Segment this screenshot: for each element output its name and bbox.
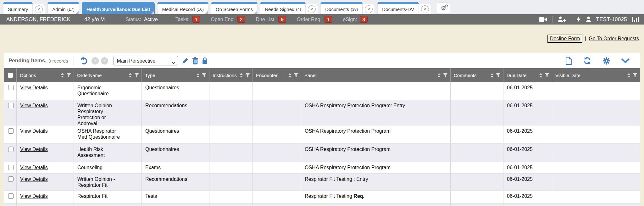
row-checkbox[interactable] xyxy=(8,176,14,182)
sort-icon[interactable] xyxy=(196,73,200,78)
refresh-button[interactable] xyxy=(583,57,591,65)
type-cell: Questionnaires xyxy=(142,125,209,143)
sort-icon[interactable] xyxy=(627,73,630,78)
column-header-visible-date[interactable]: Visible Date xyxy=(552,68,640,82)
instructions-cell xyxy=(209,125,253,143)
tab-bar: Summary Admin(17) Health Surveillance:Du… xyxy=(0,0,644,14)
panel-cell: OSHA Respiratory Protection Program xyxy=(301,125,451,143)
type-cell: Questionnaires xyxy=(142,144,209,162)
lightning-bolt-icon[interactable] xyxy=(576,16,581,23)
view-details-link[interactable]: View Details xyxy=(20,103,48,108)
grid-settings-button[interactable] xyxy=(602,57,610,65)
order-name: Respirator Fit xyxy=(77,193,125,199)
row-checkbox[interactable] xyxy=(8,85,14,90)
previous-perspective-button[interactable]: ‹ xyxy=(92,57,99,64)
comments-cell xyxy=(451,203,503,206)
view-details-link[interactable]: View Details xyxy=(20,147,48,152)
sort-icon[interactable] xyxy=(490,73,494,78)
row-checkbox[interactable] xyxy=(8,128,14,134)
filter-icon[interactable] xyxy=(443,73,448,78)
decline-form-link[interactable]: Decline Form xyxy=(550,36,580,41)
sort-icon[interactable] xyxy=(539,73,542,78)
column-header-ordername[interactable]: OrderName xyxy=(74,68,142,82)
popout-documents-button[interactable] xyxy=(363,4,375,14)
undo-button[interactable] xyxy=(80,57,88,65)
tab-documents-dv[interactable]: Documents-DV xyxy=(377,2,431,14)
visible-date-cell xyxy=(552,125,640,143)
order-name: Health Risk Assessment xyxy=(77,146,125,158)
sort-icon[interactable] xyxy=(240,73,243,78)
delete-perspective-button[interactable] xyxy=(192,57,198,64)
perspective-select[interactable]: Main Perspective xyxy=(114,56,178,65)
comments-cell xyxy=(451,82,503,100)
tab-label: Needs Signed xyxy=(265,7,294,12)
filter-icon[interactable] xyxy=(202,73,207,78)
filter-icon[interactable] xyxy=(545,73,549,78)
column-header-comments[interactable]: Comments xyxy=(451,68,503,82)
column-header-panel[interactable]: Panel xyxy=(301,68,451,82)
column-header-instructions[interactable]: Instructions xyxy=(209,68,253,82)
filter-icon[interactable] xyxy=(294,73,298,78)
filter-icon[interactable] xyxy=(66,73,71,78)
column-header-options[interactable]: Options xyxy=(17,68,74,82)
column-header-encounter[interactable]: Encounter xyxy=(253,68,301,82)
next-perspective-button[interactable]: › xyxy=(101,57,108,64)
popout-summary-button[interactable] xyxy=(33,4,45,14)
filter-icon[interactable] xyxy=(134,73,139,78)
row-checkbox[interactable] xyxy=(8,103,14,108)
open-enc-count-badge[interactable]: 2 xyxy=(237,16,245,23)
visible-date-cell xyxy=(552,144,640,162)
popout-needs-signed-button[interactable] xyxy=(306,4,318,14)
collapse-chevron-button[interactable] xyxy=(621,58,630,63)
filter-icon[interactable] xyxy=(245,73,250,78)
column-header-due-date[interactable]: Due Date xyxy=(503,68,552,82)
select-all-checkbox[interactable] xyxy=(8,73,13,78)
order-req-count-badge[interactable]: 1 xyxy=(325,16,332,23)
lock-perspective-button[interactable] xyxy=(202,57,208,64)
sort-icon[interactable] xyxy=(288,73,291,78)
view-details-link[interactable]: View Details xyxy=(20,128,48,134)
tab-needs-signed[interactable]: Needs Signed(4) xyxy=(260,2,318,14)
sort-icon[interactable] xyxy=(61,73,64,78)
row-checkbox[interactable] xyxy=(8,193,14,199)
ordername-cell: OSHA Respirator Med Questionnaire xyxy=(74,125,142,143)
sort-icon[interactable] xyxy=(129,73,132,78)
filter-icon[interactable] xyxy=(496,73,501,78)
tab-health-surveillance-due-list[interactable]: Health Surveillance:Due List xyxy=(82,2,155,14)
tab-documents[interactable]: Documents(38) xyxy=(320,2,375,14)
popout-arrow-icon xyxy=(35,5,43,13)
table-row: View Details OSHA Respirator Med Questio… xyxy=(4,125,640,144)
column-header-type[interactable]: Type xyxy=(142,68,209,82)
tasks-count-badge[interactable]: 1 xyxy=(192,16,200,23)
row-checkbox[interactable] xyxy=(8,165,14,170)
popout-documents-dv-button[interactable] xyxy=(419,4,431,14)
new-document-button[interactable] xyxy=(565,57,572,65)
tab-admin[interactable]: Admin(17) xyxy=(47,2,79,14)
tab-count: (4) xyxy=(296,7,301,12)
tab-accent-strip xyxy=(320,2,363,4)
divider xyxy=(571,16,571,23)
tab-medical-record[interactable]: Medical Record(16) xyxy=(157,2,208,14)
bar-chart-icon[interactable] xyxy=(632,16,640,22)
esign-count-badge[interactable]: 3 xyxy=(360,16,368,23)
tab-summary[interactable]: Summary xyxy=(3,2,45,14)
add-person-icon[interactable] xyxy=(558,16,566,22)
edit-perspective-button[interactable] xyxy=(182,57,189,64)
comments-cell xyxy=(451,191,503,203)
go-to-order-requests-link[interactable]: Go To Order Requests xyxy=(589,36,639,42)
video-camera-icon[interactable] xyxy=(539,17,547,22)
row-checkbox-cell xyxy=(4,191,17,203)
due-list-count-badge[interactable]: 9 xyxy=(278,16,286,23)
view-details-link[interactable]: View Details xyxy=(20,176,48,182)
view-details-link[interactable]: View Details xyxy=(20,193,48,199)
encounter-cell xyxy=(253,82,301,100)
column-label: OrderName xyxy=(77,73,102,78)
person-icon xyxy=(586,16,591,22)
view-details-link[interactable]: View Details xyxy=(20,165,48,170)
row-checkbox[interactable] xyxy=(8,147,14,152)
sort-icon[interactable] xyxy=(437,73,441,78)
view-details-link[interactable]: View Details xyxy=(20,85,48,90)
tab-settings-button[interactable]: ⚙⚙ xyxy=(437,3,450,14)
filter-icon[interactable] xyxy=(633,73,637,78)
tab-on-screen-forms[interactable]: On Screen Forms xyxy=(211,2,258,14)
